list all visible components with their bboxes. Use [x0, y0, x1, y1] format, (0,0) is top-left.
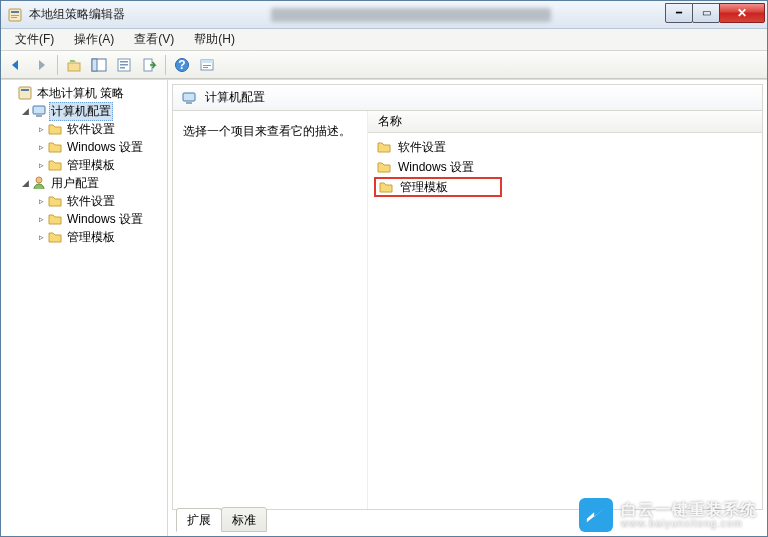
- list-header[interactable]: 名称: [368, 111, 762, 133]
- tree-user-software-label: 软件设置: [65, 193, 117, 210]
- filter-button[interactable]: [196, 54, 218, 76]
- svg-rect-19: [21, 89, 29, 91]
- svg-rect-6: [92, 59, 97, 71]
- menu-file[interactable]: 文件(F): [7, 29, 62, 50]
- svg-rect-17: [203, 67, 208, 68]
- tree-computer-config[interactable]: ◢ 计算机配置: [17, 102, 165, 120]
- tree-software-settings[interactable]: ▹ 软件设置: [33, 120, 165, 138]
- tree-user-windows-settings[interactable]: ▹ Windows 设置: [33, 210, 165, 228]
- description-column: 选择一个项目来查看它的描述。: [173, 111, 368, 509]
- chevron-down-icon: ◢: [19, 178, 31, 188]
- computer-icon: [181, 90, 197, 106]
- tab-extended-label: 扩展: [187, 513, 211, 527]
- tab-standard-label: 标准: [232, 513, 256, 527]
- detail-body: 选择一个项目来查看它的描述。 名称 软件设置: [173, 111, 762, 509]
- list-body: 软件设置 Windows 设置 管理模板: [368, 133, 762, 201]
- watermark-logo: [579, 498, 613, 532]
- toolbar-separator: [57, 55, 58, 75]
- menubar: 文件(F) 操作(A) 查看(V) 帮助(H): [1, 29, 767, 51]
- chevron-right-icon: ▹: [35, 142, 47, 152]
- svg-rect-4: [68, 63, 80, 71]
- close-button[interactable]: ✕: [719, 3, 765, 23]
- folder-icon: [376, 159, 392, 175]
- tree-software-label: 软件设置: [65, 121, 117, 138]
- tree-user-config[interactable]: ◢ 用户配置: [17, 174, 165, 192]
- forward-button[interactable]: [30, 54, 52, 76]
- chevron-right-icon: ▹: [35, 124, 47, 134]
- list-item[interactable]: Windows 设置: [374, 157, 756, 177]
- tree-user-windows-label: Windows 设置: [65, 211, 145, 228]
- list-item[interactable]: 软件设置: [374, 137, 756, 157]
- tree-root-label: 本地计算机 策略: [35, 85, 126, 102]
- menu-help[interactable]: 帮助(H): [186, 29, 243, 50]
- maximize-button[interactable]: ▭: [692, 3, 720, 23]
- window-title: 本地组策略编辑器: [29, 6, 125, 23]
- svg-rect-2: [11, 15, 19, 16]
- titlebar: 本地组策略编辑器 ━ ▭ ✕: [1, 1, 767, 29]
- description-text: 选择一个项目来查看它的描述。: [183, 123, 357, 140]
- tree-computer-label: 计算机配置: [49, 102, 113, 121]
- tab-extended[interactable]: 扩展: [176, 508, 222, 532]
- watermark-text: 白云一键重装系统 www.baiyunxitong.com: [621, 501, 757, 530]
- tree-admin-label: 管理模板: [65, 157, 117, 174]
- app-icon: [7, 7, 23, 23]
- folder-icon: [47, 157, 63, 173]
- svg-rect-10: [120, 67, 125, 69]
- column-name: 名称: [378, 113, 402, 130]
- svg-rect-9: [120, 64, 128, 66]
- minimize-button[interactable]: ━: [665, 3, 693, 23]
- list-item-highlighted[interactable]: 管理模板: [374, 177, 502, 197]
- svg-rect-8: [120, 61, 128, 63]
- watermark-cn: 白云一键重装系统: [621, 501, 757, 519]
- tree-pane[interactable]: 本地计算机 策略 ◢ 计算机配置 ▹ 软件设置: [1, 80, 168, 536]
- tree-user-children: ▹ 软件设置 ▹ Windows 设置 ▹ 管理模板: [17, 192, 165, 246]
- detail-inner: 计算机配置 选择一个项目来查看它的描述。 名称 软件设置: [172, 84, 763, 510]
- chevron-right-icon: ▹: [35, 214, 47, 224]
- tree-user-admin-templates[interactable]: ▹ 管理模板: [33, 228, 165, 246]
- menu-view[interactable]: 查看(V): [126, 29, 182, 50]
- export-list-button[interactable]: [138, 54, 160, 76]
- folder-icon: [47, 211, 63, 227]
- chevron-right-icon: ▹: [35, 160, 47, 170]
- back-button[interactable]: [5, 54, 27, 76]
- help-button[interactable]: ?: [171, 54, 193, 76]
- computer-icon: [31, 103, 47, 119]
- chevron-right-icon: ▹: [35, 196, 47, 206]
- watermark-en: www.baiyunxitong.com: [621, 518, 757, 529]
- maximize-icon: ▭: [702, 8, 711, 18]
- svg-point-22: [36, 177, 42, 183]
- tree-root-row[interactable]: 本地计算机 策略: [3, 84, 165, 102]
- tree-computer-children: ▹ 软件设置 ▹ Windows 设置 ▹ 管理模板: [17, 120, 165, 174]
- chevron-right-icon: ▹: [35, 232, 47, 242]
- folder-icon: [376, 139, 392, 155]
- svg-rect-24: [186, 102, 192, 104]
- tree-windows-settings[interactable]: ▹ Windows 设置: [33, 138, 165, 156]
- svg-rect-1: [11, 11, 19, 13]
- tree-admin-templates[interactable]: ▹ 管理模板: [33, 156, 165, 174]
- tree-root-children: ◢ 计算机配置 ▹ 软件设置 ▹ Windows 设置: [3, 102, 165, 246]
- app-window: 本地组策略编辑器 ━ ▭ ✕ 文件(F) 操作(A) 查看(V) 帮助(H) ?: [0, 0, 768, 537]
- tab-standard[interactable]: 标准: [221, 507, 267, 532]
- window-controls: ━ ▭ ✕: [666, 3, 765, 23]
- folder-icon: [47, 121, 63, 137]
- content-area: 本地计算机 策略 ◢ 计算机配置 ▹ 软件设置: [1, 79, 767, 536]
- list-item-label: 管理模板: [400, 179, 448, 196]
- properties-button[interactable]: [113, 54, 135, 76]
- svg-rect-23: [183, 93, 195, 101]
- detail-pane: 计算机配置 选择一个项目来查看它的描述。 名称 软件设置: [168, 80, 767, 536]
- tree-user-admin-label: 管理模板: [65, 229, 117, 246]
- up-button[interactable]: [63, 54, 85, 76]
- svg-rect-3: [11, 17, 17, 18]
- tree-user-label: 用户配置: [49, 175, 101, 192]
- svg-text:?: ?: [178, 58, 185, 72]
- show-hide-tree-button[interactable]: [88, 54, 110, 76]
- svg-rect-21: [36, 115, 42, 117]
- tree-user-software-settings[interactable]: ▹ 软件设置: [33, 192, 165, 210]
- tree-root: 本地计算机 策略 ◢ 计算机配置 ▹ 软件设置: [3, 84, 165, 246]
- tree-windows-label: Windows 设置: [65, 139, 145, 156]
- menu-action[interactable]: 操作(A): [66, 29, 122, 50]
- svg-rect-18: [19, 87, 31, 99]
- detail-header-title: 计算机配置: [205, 89, 265, 106]
- titlebar-blur: [271, 8, 551, 22]
- policy-icon: [17, 85, 33, 101]
